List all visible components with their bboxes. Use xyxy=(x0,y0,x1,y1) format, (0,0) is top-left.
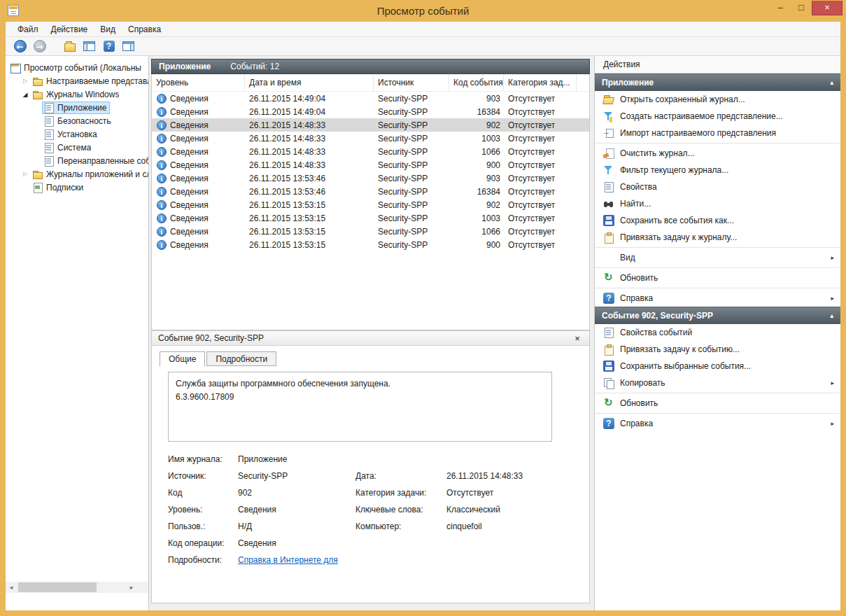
actions-section-header[interactable]: Событие 902, Security-SPP▴ xyxy=(595,307,840,324)
event-row[interactable]: Сведения26.11.2015 13:53:46Security-SPP9… xyxy=(152,172,589,185)
action-item[interactable]: Привязать задачу к журналу... xyxy=(595,229,840,246)
action-item[interactable]: Вид▸ xyxy=(595,249,840,266)
tree-item[interactable]: ◢Журналы Windows xyxy=(6,88,148,101)
help-icon xyxy=(603,293,614,304)
tree-node[interactable]: Безопасность xyxy=(42,115,115,127)
tree-node[interactable]: Подписки xyxy=(31,181,87,194)
action-item[interactable]: Справка▸ xyxy=(595,290,840,307)
tree-item[interactable]: Приложение xyxy=(6,101,148,114)
action-item[interactable]: Очистить журнал... xyxy=(595,145,840,162)
action-item[interactable]: Сохранить все события как... xyxy=(595,212,840,229)
online-help-link[interactable]: Справка в Интернете для xyxy=(238,555,338,565)
tree-node[interactable]: Приложение xyxy=(42,102,110,114)
category-cell: Отсутствует xyxy=(504,240,577,250)
tree-item[interactable]: Просмотр событий (Локальны xyxy=(6,61,148,74)
event-row[interactable]: Сведения26.11.2015 14:48:33Security-SPP1… xyxy=(152,132,589,145)
action-item[interactable]: Открыть сохраненный журнал... xyxy=(595,91,840,108)
tree-item[interactable]: Безопасность xyxy=(6,114,148,127)
action-pane-toggle-button[interactable] xyxy=(120,38,137,55)
action-item[interactable]: Фильтр текущего журнала... xyxy=(595,162,840,178)
event-row[interactable]: Сведения26.11.2015 13:53:15Security-SPP1… xyxy=(152,211,589,225)
column-header[interactable]: Уровень xyxy=(152,74,245,91)
tree-item[interactable]: Система xyxy=(6,141,148,154)
event-row[interactable]: Сведения26.11.2015 13:53:15Security-SPP9… xyxy=(152,238,589,251)
tree-node[interactable]: Система xyxy=(42,141,94,154)
scroll-left-icon[interactable]: ◂ xyxy=(6,582,17,593)
tree-node[interactable]: Установка xyxy=(42,128,101,141)
tree-node[interactable]: Журналы Windows xyxy=(31,88,122,101)
tree-expander-icon[interactable]: ◢ xyxy=(20,91,31,98)
menu-item[interactable]: Действие xyxy=(45,22,94,36)
collapse-chevron-icon: ▴ xyxy=(830,79,833,86)
back-button[interactable]: ← xyxy=(11,38,29,55)
action-item[interactable]: Свойства xyxy=(595,178,840,195)
tree-item[interactable]: ▷Журналы приложений и сл xyxy=(6,167,148,181)
open-saved-log-icon xyxy=(64,43,76,52)
action-item[interactable]: Копировать▸ xyxy=(595,374,840,391)
action-item[interactable]: Импорт настраиваемого представления xyxy=(595,125,840,141)
scrollbar-thumb[interactable] xyxy=(18,582,97,592)
field-value xyxy=(446,454,577,464)
action-item[interactable]: Свойства событий xyxy=(595,324,840,341)
tree-item[interactable]: Подписки xyxy=(6,181,148,194)
event-row[interactable]: Сведения26.11.2015 14:49:04Security-SPP9… xyxy=(152,92,589,105)
action-label: Создать настраиваемое представление... xyxy=(620,111,834,121)
detail-tab[interactable]: Подробности xyxy=(206,351,276,366)
tree-node[interactable]: Просмотр событий (Локальны xyxy=(8,62,145,74)
maximize-button[interactable]: □ xyxy=(791,1,812,15)
menu-item[interactable]: Файл xyxy=(11,22,45,36)
event-row[interactable]: Сведения26.11.2015 13:53:15Security-SPP9… xyxy=(152,198,589,211)
help-button[interactable] xyxy=(100,38,118,55)
title-bar[interactable]: Просмотр событий – □ × xyxy=(0,0,846,22)
close-button[interactable]: × xyxy=(812,1,843,15)
tree-expander-icon[interactable]: ▷ xyxy=(20,171,31,177)
action-item[interactable]: Обновить xyxy=(595,395,840,412)
tree-item[interactable]: Перенаправленные соб xyxy=(6,154,148,167)
minimize-button[interactable]: – xyxy=(770,1,791,15)
field-value: Сведения xyxy=(238,505,355,514)
tree-node[interactable]: Перенаправленные соб xyxy=(42,155,149,167)
scrollbar-track[interactable] xyxy=(17,582,126,593)
action-item[interactable]: Найти... xyxy=(595,195,840,212)
column-header[interactable]: Код события xyxy=(449,74,504,91)
action-item[interactable]: Справка▸ xyxy=(595,415,840,432)
help-icon xyxy=(104,41,115,52)
open-saved-log-button[interactable] xyxy=(61,38,78,55)
scroll-right-icon[interactable]: ▸ xyxy=(126,582,137,593)
action-item[interactable]: Привязать задачу к событию... xyxy=(595,341,840,358)
menu-item[interactable]: Справка xyxy=(122,22,167,36)
action-item[interactable]: Обновить xyxy=(595,270,840,286)
event-row[interactable]: Сведения26.11.2015 14:48:33Security-SPP9… xyxy=(152,158,589,172)
field-label xyxy=(355,555,446,565)
action-label: Открыть сохраненный журнал... xyxy=(620,94,834,104)
event-row[interactable]: Сведения26.11.2015 14:48:33Security-SPP9… xyxy=(152,118,589,132)
event-id-cell: 1003 xyxy=(449,134,504,144)
event-row[interactable]: Сведения26.11.2015 14:49:04Security-SPP1… xyxy=(152,105,589,118)
event-row[interactable]: Сведения26.11.2015 13:53:15Security-SPP1… xyxy=(152,225,589,238)
column-header[interactable]: Дата и время xyxy=(245,74,374,91)
column-header[interactable]: Источник xyxy=(374,74,449,91)
log-header: Приложение Событий: 12 xyxy=(151,59,590,74)
close-preview-icon[interactable]: × xyxy=(572,333,583,344)
actions-header: Действия xyxy=(595,56,840,74)
source-cell: Security-SPP xyxy=(374,187,449,197)
menu-item[interactable]: Вид xyxy=(94,22,122,36)
event-row[interactable]: Сведения26.11.2015 14:48:33Security-SPP1… xyxy=(152,145,589,158)
action-item[interactable]: Сохранить выбранные события... xyxy=(595,358,840,374)
event-row[interactable]: Сведения26.11.2015 13:53:46Security-SPP1… xyxy=(152,185,589,198)
datetime-cell: 26.11.2015 14:49:04 xyxy=(245,94,374,104)
event-id-cell: 900 xyxy=(449,160,504,170)
tree-node[interactable]: Журналы приложений и сл xyxy=(31,168,149,181)
action-item[interactable]: Создать настраиваемое представление... xyxy=(595,108,840,125)
actions-section-header[interactable]: Приложение▴ xyxy=(595,74,840,91)
forward-button[interactable]: → xyxy=(31,38,48,55)
refresh-icon xyxy=(603,398,614,409)
tree-horizontal-scrollbar[interactable]: ◂ ▸ xyxy=(6,582,137,593)
console-tree-toggle-button[interactable] xyxy=(80,38,98,55)
detail-tab[interactable]: Общие xyxy=(160,351,205,367)
tree-item[interactable]: Установка xyxy=(6,127,148,141)
tree-item[interactable]: ▷Настраиваемые представле xyxy=(6,74,148,88)
column-header[interactable]: Категория зад... xyxy=(504,74,577,91)
tree-expander-icon[interactable]: ▷ xyxy=(20,78,31,84)
tree-node[interactable]: Настраиваемые представле xyxy=(31,75,149,88)
